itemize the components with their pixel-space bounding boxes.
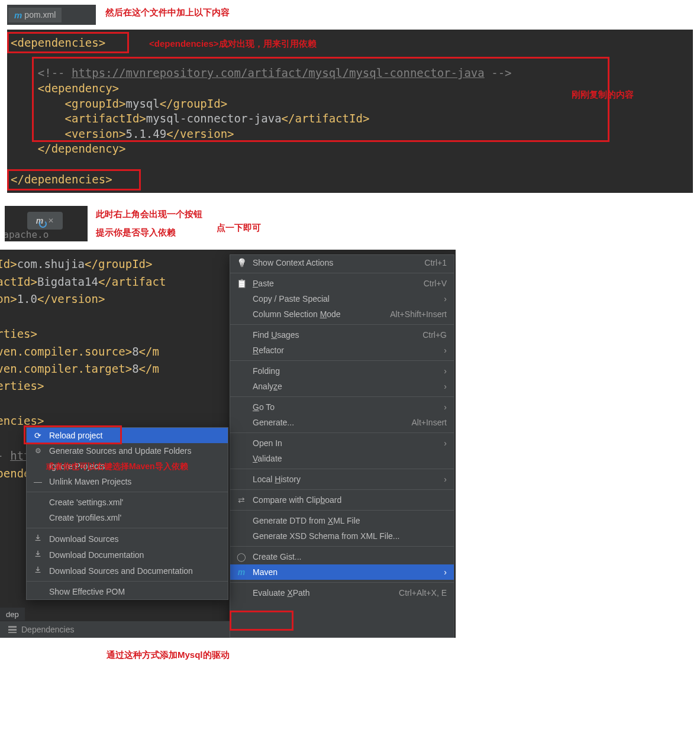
highlight-deps-open: [7, 32, 129, 53]
maven-menu-item-download-sources[interactable]: Download Sources: [27, 531, 228, 547]
caption-final: 通过这种方式添加Mysql的驱动: [107, 650, 700, 661]
main-menu-item-refactor[interactable]: Refactor›: [230, 343, 454, 358]
main-menu-separator: [230, 432, 454, 433]
main-menu-item-copy-paste-special[interactable]: Copy / Paste Special›: [230, 291, 454, 306]
maven-menu-item-create-profiles-xml[interactable]: Create 'profiles.xml': [27, 510, 228, 525]
main-menu-item-open-in[interactable]: Open In›: [230, 435, 454, 451]
main-menu-item-paste[interactable]: 📋PasteCtrl+V: [230, 276, 454, 291]
maven-menu-separator: [27, 492, 228, 492]
highlight-deps-close: [7, 169, 141, 191]
main-menu-separator: [230, 546, 454, 547]
menu-item-label: Generate Sources and Update Folders: [49, 446, 221, 456]
menu-item-label: Compare with Clipboard: [253, 495, 447, 505]
main-menu-item-create-gist[interactable]: ◯Create Gist...: [230, 549, 454, 564]
chevron-right-icon: ›: [444, 366, 447, 376]
menu-item-label: Analyze: [253, 382, 438, 391]
main-menu-item-compare-with-clipboard[interactable]: ⇄Compare with Clipboard: [230, 492, 454, 508]
menu-item-label: Generate XSD Schema from XML File...: [253, 531, 447, 541]
menu-item-label: Validate: [253, 454, 447, 463]
dependencies-panel-header[interactable]: Dependencies: [0, 621, 230, 638]
main-menu-item-show-context-actions[interactable]: 💡Show Context ActionsCtrl+1: [230, 255, 454, 270]
main-menu-separator: [230, 396, 454, 397]
menu-item-label: Download Sources and Documentation: [49, 566, 221, 576]
context-menu-maven[interactable]: ⟳Reload project⚙Generate Sources and Upd…: [26, 427, 228, 600]
menu-item-label: Refactor: [253, 346, 438, 355]
main-menu-item-evaluate-xpath[interactable]: Evaluate XPathCtrl+Alt+X, E: [230, 585, 454, 601]
maven-icon: m: [14, 10, 22, 20]
stack-icon: [8, 626, 17, 633]
main-menu-item-generate[interactable]: Generate...Alt+Insert: [230, 415, 454, 430]
menu-item-label: Local History: [253, 474, 438, 484]
code-block-deps: <dependencies> <!-- https://mvnrepositor…: [7, 30, 693, 193]
download-icon: [33, 566, 43, 576]
maven-menu-separator: [27, 528, 228, 528]
main-menu-item-maven[interactable]: mMaven›: [230, 564, 454, 580]
maven-menu-item-create-settings-xml[interactable]: Create 'settings.xml': [27, 495, 228, 510]
overlay-copied: 刚刚复制的内容: [572, 89, 634, 101]
menu-item-label: Folding: [253, 366, 438, 376]
main-menu-separator: [230, 360, 454, 361]
menu-item-label: Find Usages: [253, 330, 399, 340]
maven-menu-item-download-sources-and-documentation[interactable]: Download Sources and Documentation: [27, 563, 228, 579]
highlight-reload-project: [24, 425, 122, 444]
bottom-tab-dep[interactable]: dep: [0, 608, 25, 621]
menu-item-label: Show Context Actions: [253, 258, 401, 267]
tab-filename: pom.xml: [24, 10, 56, 20]
menu-item-label: Create 'settings.xml': [49, 498, 221, 507]
compare-icon: ⇄: [236, 495, 247, 505]
menu-item-shortcut: Ctrl+G: [422, 330, 447, 340]
maven-menu-item-generate-sources-and-update-folders[interactable]: ⚙Generate Sources and Update Folders: [27, 443, 228, 459]
main-menu-separator: [230, 324, 454, 325]
overlay-deps-pair: <dependencies>成对出现，用来引用依赖: [149, 38, 317, 50]
main-menu-item-generate-dtd-from-xml-file[interactable]: Generate DTD from XML File: [230, 513, 454, 528]
unlink-icon: —: [33, 477, 43, 486]
overlay-or-right-click: 或者你也可以右键选择Maven导入依赖: [46, 461, 188, 472]
main-menu-item-generate-xsd-schema-from-xml-file[interactable]: Generate XSD Schema from XML File...: [230, 528, 454, 544]
paste-icon: 📋: [236, 279, 247, 288]
close-icon[interactable]: ✕: [48, 217, 54, 225]
caption-click-once: 点一下即可: [217, 222, 261, 234]
editor-with-context-menu: oupId>com.shujia</groupId> tifactId>Bigd…: [0, 250, 456, 638]
main-menu-item-folding[interactable]: Folding›: [230, 363, 454, 379]
menu-item-label: Unlink Maven Projects: [49, 477, 221, 486]
download-icon: [33, 550, 43, 560]
context-menu-main[interactable]: 💡Show Context ActionsCtrl+1📋PasteCtrl+VC…: [230, 254, 454, 638]
chevron-right-icon: ›: [444, 402, 447, 412]
menu-item-label: Evaluate XPath: [253, 588, 375, 598]
main-menu-item-validate[interactable]: Validate: [230, 451, 454, 466]
menu-item-shortcut: Ctrl+Alt+X, E: [399, 588, 447, 598]
menu-item-label: Paste: [253, 279, 400, 288]
chevron-right-icon: ›: [444, 294, 447, 304]
maven-reload-bubble[interactable]: m ✕: [27, 212, 63, 230]
main-menu-item-local-history[interactable]: Local History›: [230, 472, 454, 487]
main-menu-separator: [230, 469, 454, 469]
main-menu-item-find-usages[interactable]: Find UsagesCtrl+G: [230, 327, 454, 343]
highlight-dependency-block: [32, 57, 609, 142]
generate-icon: ⚙: [33, 447, 43, 455]
menu-item-shortcut: Ctrl+1: [424, 258, 447, 267]
chevron-right-icon: ›: [444, 382, 447, 391]
chevron-right-icon: ›: [444, 346, 447, 355]
main-menu-separator: [230, 582, 454, 583]
maven-icon: m: [236, 567, 247, 577]
maven-menu-item-unlink-maven-projects[interactable]: —Unlink Maven Projects: [27, 474, 228, 489]
dependencies-label: Dependencies: [21, 625, 75, 634]
main-menu-item-go-to[interactable]: Go To›: [230, 399, 454, 415]
mini-editor: m ✕ n.apache.o: [5, 206, 88, 241]
main-menu-separator: [230, 489, 454, 490]
maven-reload-icon: m: [36, 216, 43, 225]
tab-pom-xml[interactable]: m pom.xml: [8, 8, 62, 22]
menu-item-label: Download Documentation: [49, 550, 221, 560]
menu-item-shortcut: Ctrl+V: [424, 279, 447, 288]
caption-add-in-file: 然后在这个文件中加上以下内容: [105, 7, 230, 18]
menu-item-label: Copy / Paste Special: [253, 294, 438, 304]
menu-item-label: Column Selection Mode: [253, 309, 366, 319]
maven-menu-item-download-documentation[interactable]: Download Documentation: [27, 547, 228, 563]
main-menu-item-column-selection-mode[interactable]: Column Selection ModeAlt+Shift+Insert: [230, 306, 454, 322]
menu-item-label: Generate DTD from XML File: [253, 516, 447, 525]
menu-item-label: Create 'profiles.xml': [49, 513, 221, 522]
chevron-right-icon: ›: [444, 438, 447, 448]
caption-import-hint: 提示你是否导入依赖: [96, 227, 202, 238]
maven-menu-item-show-effective-pom[interactable]: Show Effective POM: [27, 584, 228, 599]
main-menu-item-analyze[interactable]: Analyze›: [230, 379, 454, 394]
